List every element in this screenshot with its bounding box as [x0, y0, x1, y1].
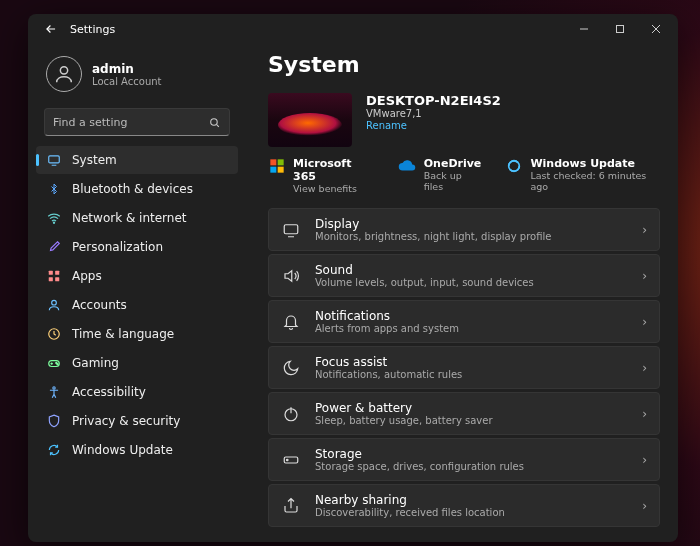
chevron-right-icon: › — [642, 361, 647, 375]
windows-update-icon — [505, 157, 522, 175]
search-placeholder: Find a setting — [53, 116, 208, 129]
nav-label: Accessibility — [72, 385, 146, 399]
nav-label: Windows Update — [72, 443, 173, 457]
gaming-icon — [46, 355, 62, 371]
nav-personalization[interactable]: Personalization — [36, 233, 238, 261]
svg-point-2 — [211, 118, 218, 125]
tile-microsoft365[interactable]: Microsoft 365 View benefits — [268, 157, 374, 194]
sidebar: admin Local Account Find a setting Syste… — [28, 44, 246, 542]
chevron-right-icon: › — [642, 315, 647, 329]
item-title: Sound — [315, 263, 628, 277]
svg-rect-3 — [49, 156, 60, 163]
item-sound[interactable]: Sound Volume levels, output, input, soun… — [268, 254, 660, 297]
maximize-button[interactable] — [602, 14, 638, 44]
user-block[interactable]: admin Local Account — [36, 50, 238, 106]
nav-system[interactable]: System — [36, 146, 238, 174]
item-title: Storage — [315, 447, 628, 461]
tile-sub: Back up files — [424, 170, 482, 192]
avatar-icon — [46, 56, 82, 92]
item-title: Display — [315, 217, 628, 231]
bluetooth-icon — [46, 181, 62, 197]
nav-windows-update[interactable]: Windows Update — [36, 436, 238, 464]
window-title: Settings — [70, 23, 115, 36]
user-name: admin — [92, 62, 161, 76]
item-power[interactable]: Power & battery Sleep, battery usage, ba… — [268, 392, 660, 435]
svg-rect-6 — [55, 271, 59, 275]
time-icon — [46, 326, 62, 342]
svg-rect-5 — [49, 271, 53, 275]
nav-accounts[interactable]: Accounts — [36, 291, 238, 319]
chevron-right-icon: › — [642, 269, 647, 283]
bell-icon — [281, 313, 301, 331]
chevron-right-icon: › — [642, 499, 647, 513]
nav-label: Personalization — [72, 240, 163, 254]
item-sub: Alerts from apps and system — [315, 323, 628, 334]
minimize-button[interactable] — [566, 14, 602, 44]
tile-windows-update[interactable]: Windows Update Last checked: 6 minutes a… — [505, 157, 660, 194]
svg-point-23 — [287, 459, 289, 461]
svg-rect-20 — [284, 224, 298, 233]
nav-label: Gaming — [72, 356, 119, 370]
item-sub: Storage space, drives, configuration rul… — [315, 461, 628, 472]
back-button[interactable] — [44, 22, 64, 36]
tile-label: Microsoft 365 — [293, 157, 374, 183]
svg-rect-0 — [617, 26, 624, 33]
item-sub: Monitors, brightness, night light, displ… — [315, 231, 628, 242]
tile-label: OneDrive — [424, 157, 482, 170]
share-icon — [281, 497, 301, 515]
shield-icon — [46, 413, 62, 429]
main-content[interactable]: System DESKTOP-N2EI4S2 VMware7,1 Rename … — [246, 44, 678, 542]
nav: System Bluetooth & devices Network & int… — [36, 146, 238, 464]
device-name: DESKTOP-N2EI4S2 — [366, 93, 501, 108]
storage-icon — [281, 451, 301, 469]
item-title: Nearby sharing — [315, 493, 628, 507]
nav-label: Accounts — [72, 298, 127, 312]
nav-apps[interactable]: Apps — [36, 262, 238, 290]
item-display[interactable]: Display Monitors, brightness, night ligh… — [268, 208, 660, 251]
nav-bluetooth[interactable]: Bluetooth & devices — [36, 175, 238, 203]
close-button[interactable] — [638, 14, 674, 44]
nav-label: Network & internet — [72, 211, 187, 225]
update-icon — [46, 442, 62, 458]
sound-icon — [281, 267, 301, 285]
item-nearby-sharing[interactable]: Nearby sharing Discoverability, received… — [268, 484, 660, 527]
item-focus-assist[interactable]: Focus assist Notifications, automatic ru… — [268, 346, 660, 389]
accessibility-icon — [46, 384, 62, 400]
item-storage[interactable]: Storage Storage space, drives, configura… — [268, 438, 660, 481]
moon-icon — [281, 359, 301, 377]
nav-label: Bluetooth & devices — [72, 182, 193, 196]
system-header: DESKTOP-N2EI4S2 VMware7,1 Rename — [268, 93, 660, 147]
onedrive-icon — [398, 157, 416, 175]
rename-link[interactable]: Rename — [366, 120, 501, 131]
nav-label: Privacy & security — [72, 414, 180, 428]
tile-onedrive[interactable]: OneDrive Back up files — [398, 157, 482, 194]
nav-label: Time & language — [72, 327, 174, 341]
search-input[interactable]: Find a setting — [44, 108, 230, 136]
chevron-right-icon: › — [642, 453, 647, 467]
device-thumbnail — [268, 93, 352, 147]
nav-network[interactable]: Network & internet — [36, 204, 238, 232]
svg-rect-17 — [270, 167, 276, 173]
svg-point-1 — [60, 67, 67, 74]
device-model: VMware7,1 — [366, 108, 501, 119]
microsoft365-icon — [268, 157, 285, 175]
svg-rect-15 — [270, 159, 276, 165]
nav-privacy[interactable]: Privacy & security — [36, 407, 238, 435]
nav-time[interactable]: Time & language — [36, 320, 238, 348]
svg-rect-18 — [277, 167, 283, 173]
apps-icon — [46, 268, 62, 284]
item-sub: Volume levels, output, input, sound devi… — [315, 277, 628, 288]
settings-window: Settings admin Local Account Find a — [28, 14, 678, 542]
page-title: System — [268, 52, 660, 77]
svg-point-9 — [52, 300, 57, 305]
svg-point-4 — [53, 222, 54, 223]
system-icon — [46, 152, 62, 168]
tile-sub: Last checked: 6 minutes ago — [530, 170, 660, 192]
nav-gaming[interactable]: Gaming — [36, 349, 238, 377]
personalization-icon — [46, 239, 62, 255]
item-notifications[interactable]: Notifications Alerts from apps and syste… — [268, 300, 660, 343]
settings-items: Display Monitors, brightness, night ligh… — [268, 208, 660, 527]
chevron-right-icon: › — [642, 223, 647, 237]
nav-accessibility[interactable]: Accessibility — [36, 378, 238, 406]
item-sub: Discoverability, received files location — [315, 507, 628, 518]
